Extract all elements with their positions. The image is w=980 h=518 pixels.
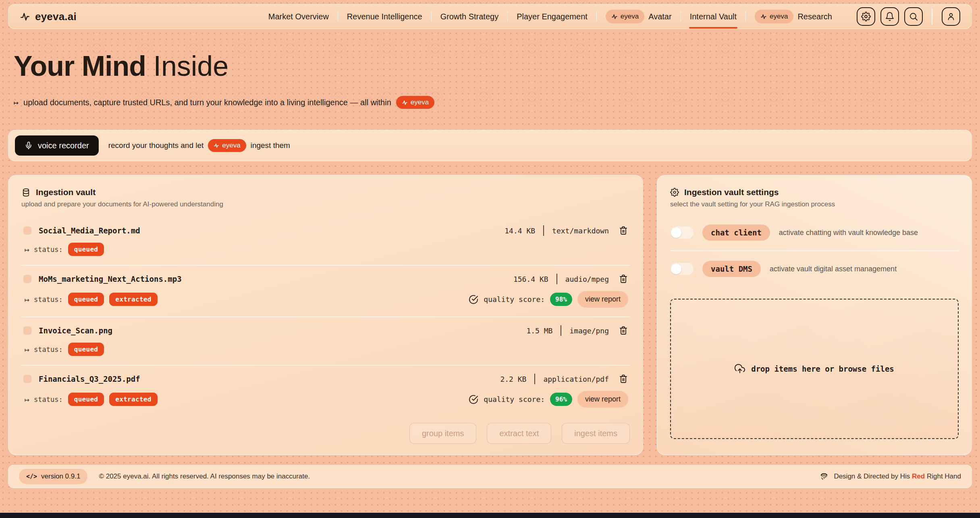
version-label: version 0.9.1 xyxy=(41,472,80,481)
nav-label: Market Overview xyxy=(268,12,329,21)
delete-file-button[interactable] xyxy=(619,274,628,284)
chat-client-label: chat client xyxy=(702,225,770,241)
delete-file-button[interactable] xyxy=(619,226,628,235)
quality-label: quality score: xyxy=(484,395,545,404)
trash-icon xyxy=(619,374,628,384)
settings-panel-title: Ingestion vault settings xyxy=(684,187,779,197)
credit-suffix: Right Hand xyxy=(927,472,961,480)
profile-button[interactable] xyxy=(942,7,960,26)
quality-score-group: quality score: 96% view report xyxy=(469,391,628,408)
copyright-text: © 2025 eyeva.ai. All rights reserved. AI… xyxy=(99,472,310,481)
status-badge: queued xyxy=(68,393,104,406)
file-name: Invoice_Scan.png xyxy=(39,326,112,335)
notifications-button[interactable] xyxy=(880,7,899,26)
hero-subtitle: ↦ upload documents, capture trusted URLs… xyxy=(14,96,966,109)
credit-text: Design & Directed by His Red Right Hand xyxy=(820,472,961,481)
top-bar: eyeva.ai Market Overview Revenue Intelli… xyxy=(8,4,972,29)
bottom-strip xyxy=(0,513,980,518)
brand-name: eyeva.ai xyxy=(35,10,77,23)
file-checkbox[interactable] xyxy=(23,226,32,235)
eyeva-badge: eyeva xyxy=(606,10,644,23)
gear-icon xyxy=(861,12,871,21)
trash-icon xyxy=(619,274,628,284)
bell-icon xyxy=(885,12,895,21)
credit-highlight: Red xyxy=(912,472,925,480)
meta-divider xyxy=(543,225,544,236)
file-checkbox[interactable] xyxy=(23,374,32,383)
mapsto-arrow-icon: ↦ xyxy=(25,395,29,404)
page-title: Your Mind Inside xyxy=(14,50,966,82)
eyeva-badge: eyeva xyxy=(755,10,793,23)
vault-dms-toggle[interactable] xyxy=(670,263,693,275)
file-type: application/pdf xyxy=(543,375,609,383)
meta-divider xyxy=(561,325,561,336)
toggle-knob xyxy=(671,264,681,274)
file-name: Financials_Q3_2025.pdf xyxy=(39,374,140,383)
nav-eyeva-avatar[interactable]: eyeva Avatar xyxy=(597,4,681,29)
vault-settings-panel: Ingestion vault settings select the vaul… xyxy=(657,175,972,455)
toggle-row-chat-client: chat client activate chatting with vault… xyxy=(670,215,959,250)
nav-label: Growth Strategy xyxy=(440,12,499,21)
chat-client-description: activate chatting with vault knowledge b… xyxy=(779,229,918,237)
nav-eyeva-research[interactable]: eyeva Research xyxy=(746,4,841,29)
ingest-items-button[interactable]: ingest items xyxy=(562,423,630,444)
file-row: Social_Media_Report.md 14.4 KB text/mark… xyxy=(21,217,630,265)
page-title-bold: Your Mind xyxy=(14,50,146,82)
voice-caption-after: ingest them xyxy=(251,141,290,150)
group-items-button[interactable]: group items xyxy=(409,423,477,444)
page-title-light: Inside xyxy=(153,50,228,82)
quality-score-badge: 96% xyxy=(550,393,572,406)
file-size: 156.4 KB xyxy=(513,275,548,283)
file-row: MoMs_marketing_Next_Actions.mp3 156.4 KB… xyxy=(21,265,630,316)
view-report-button[interactable]: view report xyxy=(577,391,628,408)
delete-file-button[interactable] xyxy=(619,374,628,384)
nav-revenue-intelligence[interactable]: Revenue Intelligence xyxy=(338,4,431,29)
extract-text-button[interactable]: extract text xyxy=(487,423,551,444)
status-label: status: xyxy=(34,245,63,254)
file-list: Social_Media_Report.md 14.4 KB text/mark… xyxy=(21,217,630,416)
voice-recorder-bar: voice recorder record your thoughts and … xyxy=(8,130,972,161)
status-badge: extracted xyxy=(109,393,157,406)
nav-market-overview[interactable]: Market Overview xyxy=(260,4,338,29)
delete-file-button[interactable] xyxy=(619,326,628,335)
main-nav: Market Overview Revenue Intelligence Gro… xyxy=(260,4,841,29)
code-icon: </> xyxy=(26,473,37,480)
settings-panel-header: Ingestion vault settings xyxy=(670,187,959,197)
settings-panel-subtitle: select the vault setting for your RAG in… xyxy=(670,200,959,208)
status-badge: queued xyxy=(68,293,104,306)
vault-dms-description: activate vault digital asset management xyxy=(770,265,897,273)
nav-player-engagement[interactable]: Player Engagement xyxy=(508,4,596,29)
trash-icon xyxy=(619,326,628,335)
gear-icon xyxy=(670,188,679,197)
file-checkbox[interactable] xyxy=(23,275,32,283)
status-label: status: xyxy=(34,345,63,354)
view-report-button[interactable]: view report xyxy=(577,291,628,308)
vault-panel-subtitle: upload and prepare your documents for AI… xyxy=(21,200,630,208)
file-dropzone[interactable]: drop items here or browse files xyxy=(670,299,959,439)
mapsto-arrow-icon: ↦ xyxy=(25,295,29,304)
eyeva-badge-label: eyeva xyxy=(770,12,788,21)
quality-score-badge: 98% xyxy=(550,293,572,306)
trash-icon xyxy=(619,226,628,235)
toggle-row-vault-dms: vault DMS activate vault digital asset m… xyxy=(670,250,959,287)
microphone-icon xyxy=(25,141,33,150)
file-size: 14.4 KB xyxy=(505,227,535,235)
eyeva-badge: eyeva xyxy=(208,139,246,152)
chat-client-toggle[interactable] xyxy=(670,227,693,239)
nav-label: Internal Vault xyxy=(690,12,737,21)
voice-recorder-caption: record your thoughts and let eyeva inges… xyxy=(108,139,290,152)
search-icon xyxy=(909,12,918,21)
brand-logo[interactable]: eyeva.ai xyxy=(20,10,77,23)
main-content: Ingestion vault upload and prepare your … xyxy=(8,175,972,455)
voice-recorder-button[interactable]: voice recorder xyxy=(15,135,99,156)
search-button[interactable] xyxy=(904,7,923,26)
nav-growth-strategy[interactable]: Growth Strategy xyxy=(432,4,508,29)
vault-panel-title: Ingestion vault xyxy=(36,187,96,197)
topbar-divider xyxy=(932,8,932,25)
file-row: Financials_Q3_2025.pdf 2.2 KB applicatio… xyxy=(21,365,630,416)
settings-button[interactable] xyxy=(857,7,875,26)
nav-internal-vault[interactable]: Internal Vault xyxy=(681,4,745,29)
upload-cloud-icon xyxy=(735,364,745,374)
file-checkbox[interactable] xyxy=(23,326,32,335)
nav-label: Research xyxy=(797,12,832,21)
